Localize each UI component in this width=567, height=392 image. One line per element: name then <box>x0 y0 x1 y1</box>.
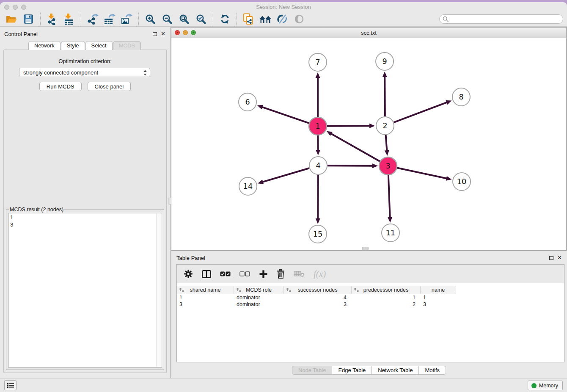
settings-gear-icon[interactable] <box>184 268 193 280</box>
close-panel-icon[interactable]: ✕ <box>161 32 165 36</box>
search-icon <box>443 16 449 22</box>
export-table-icon[interactable] <box>102 13 117 25</box>
result-scrollbar[interactable] <box>156 214 161 367</box>
app-title: Session: New Session <box>0 4 567 10</box>
criterion-dropdown[interactable]: strongly connected component <box>19 68 150 77</box>
tab-network-table[interactable]: Network Table <box>372 366 419 375</box>
edge-arrowhead <box>316 72 320 78</box>
search-input[interactable] <box>439 14 563 24</box>
edge-arrowhead <box>385 150 389 156</box>
table-row[interactable]: 1dominator411 <box>177 294 564 301</box>
add-column-icon[interactable] <box>259 268 268 280</box>
tab-node-table[interactable]: Node Table <box>292 366 333 375</box>
zoom-out-icon[interactable] <box>160 13 174 25</box>
edge-1-2[interactable] <box>327 126 370 126</box>
node-label-4: 4 <box>316 161 320 170</box>
table-tabs: Node TableEdge TableNetwork TableMotifs <box>171 366 567 375</box>
network-bottom-grip[interactable] <box>362 247 369 250</box>
edge-1-6[interactable] <box>261 107 309 123</box>
edge-2-8[interactable] <box>394 102 448 122</box>
table-panel-title: Table Panel <box>176 255 205 261</box>
app-titlebar: Session: New Session <box>0 2 567 12</box>
column-header-successor-nodes[interactable]: successor nodes <box>284 286 352 294</box>
mcds-result-textarea[interactable]: 13 <box>8 213 162 367</box>
export-network-icon[interactable] <box>85 13 100 25</box>
edge-arrowhead <box>257 105 263 109</box>
column-header-name[interactable]: name <box>421 286 456 294</box>
toolbar-separator <box>40 13 41 25</box>
table-cell: 1 <box>421 294 456 301</box>
edge-4-15[interactable] <box>318 175 318 219</box>
float-panel-icon[interactable] <box>153 32 157 36</box>
node-label-6: 6 <box>245 98 250 106</box>
network-graph[interactable]: 7968124314101511 <box>171 39 566 251</box>
search-field <box>439 14 563 24</box>
node-label-11: 11 <box>386 229 395 237</box>
close-table-panel-icon[interactable]: ✕ <box>557 256 562 260</box>
show-column-panel-icon[interactable] <box>202 268 211 280</box>
edge-3-10[interactable] <box>397 168 447 179</box>
refresh-layout-icon[interactable] <box>217 13 232 25</box>
table-body: 1dominator4113dominator323 <box>177 294 564 308</box>
table-cell: 4 <box>284 294 352 301</box>
table-row[interactable]: 3dominator323 <box>177 301 564 308</box>
dropdown-stepper-icon <box>142 69 148 76</box>
tab-motifs[interactable]: Motifs <box>419 366 446 375</box>
zoom-fit-icon[interactable] <box>177 13 191 25</box>
tab-network[interactable]: Network <box>28 41 61 50</box>
network-titlebar: × − + scc.txt <box>171 28 566 38</box>
edge-arrowhead <box>258 179 264 184</box>
edge-arrowhead <box>383 72 387 77</box>
node-label-3: 3 <box>385 162 390 170</box>
table-cell: 3 <box>284 301 352 308</box>
edge-4-14[interactable] <box>262 168 309 182</box>
toolbar-separator <box>213 13 213 25</box>
save-session-icon[interactable] <box>21 13 36 25</box>
toggle-graphics-details-icon[interactable] <box>275 13 289 25</box>
column-header-predecessor-nodes[interactable]: predecessor nodes <box>352 286 421 294</box>
edge-3-1[interactable] <box>330 133 380 161</box>
delete-table-icon <box>294 268 305 280</box>
zoom-in-icon[interactable] <box>143 13 157 25</box>
node-label-10: 10 <box>457 177 466 186</box>
table-cell: 3 <box>421 301 456 308</box>
unselect-all-columns-icon[interactable] <box>239 268 250 280</box>
memory-status-icon <box>531 383 537 388</box>
column-header-shared-name[interactable]: shared name <box>177 286 234 294</box>
toolbar-separator <box>237 13 237 25</box>
network-canvas[interactable]: 7968124314101511 <box>171 39 566 250</box>
edge-2-3[interactable] <box>386 135 387 151</box>
edge-4-3[interactable] <box>328 166 373 166</box>
tab-edge-table[interactable]: Edge Table <box>332 366 372 375</box>
duplicate-network-icon[interactable] <box>241 13 256 25</box>
float-table-panel-icon[interactable] <box>549 256 553 260</box>
select-all-columns-icon[interactable] <box>220 268 231 280</box>
export-image-icon[interactable] <box>119 13 134 25</box>
status-bar: Memory <box>0 378 567 392</box>
result-line: 1 <box>10 214 160 221</box>
column-header-MCDS-role[interactable]: MCDS role <box>234 286 284 294</box>
run-mcds-button[interactable]: Run MCDS <box>39 82 82 91</box>
tab-select[interactable]: Select <box>85 41 113 50</box>
edge-arrowhead <box>388 217 392 223</box>
tab-mcds[interactable]: MCDS <box>113 41 141 50</box>
node-label-9: 9 <box>382 57 387 66</box>
close-panel-button[interactable]: Close panel <box>88 82 131 91</box>
birds-eye-view-icon[interactable] <box>292 13 306 25</box>
edge-arrowhead <box>316 150 320 155</box>
memory-button[interactable]: Memory <box>528 381 563 390</box>
home-view-icon[interactable] <box>258 13 272 25</box>
delete-column-icon[interactable] <box>277 268 285 280</box>
task-history-button[interactable] <box>4 380 17 390</box>
tab-style[interactable]: Style <box>61 41 85 50</box>
open-file-icon[interactable] <box>4 13 19 25</box>
edge-2-9[interactable] <box>385 76 385 116</box>
import-table-icon[interactable] <box>62 13 76 25</box>
zoom-selected-icon[interactable] <box>194 13 208 25</box>
node-label-2: 2 <box>383 121 387 130</box>
edge-3-11[interactable] <box>388 175 390 218</box>
table-cell: dominator <box>234 301 284 308</box>
import-network-icon[interactable] <box>45 13 59 25</box>
table-toolbar: f(x) <box>177 265 564 283</box>
table-cell: dominator <box>234 294 284 301</box>
